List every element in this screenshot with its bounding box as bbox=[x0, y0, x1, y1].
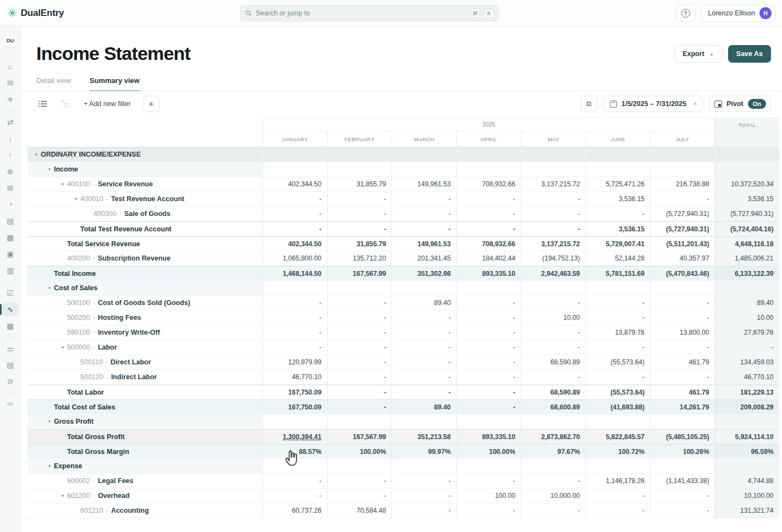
collapse-caret-icon[interactable]: ▾ bbox=[58, 181, 67, 187]
collapse-caret-icon[interactable]: ▾ bbox=[71, 196, 80, 202]
workspace-badge[interactable]: DU bbox=[3, 33, 18, 47]
add-new-filter-button[interactable]: + Add new filter bbox=[84, 100, 131, 108]
row-label-cell[interactable]: Total Service Revenue bbox=[27, 237, 262, 251]
total-value-cell: - bbox=[715, 340, 779, 354]
ai-sparkle-button[interactable]: ✳ bbox=[143, 96, 159, 112]
pivot-icon bbox=[714, 101, 722, 108]
row-label-cell[interactable]: ▾500000·Labor bbox=[27, 340, 262, 354]
row-label-cell[interactable]: Total Test Revenue Account bbox=[27, 222, 262, 236]
sidebar-item-ai-assist[interactable]: ✳ bbox=[3, 92, 18, 107]
row-label-cell[interactable]: Total Cost of Sales bbox=[27, 400, 262, 414]
sidebar-item-developer[interactable]: </> bbox=[3, 397, 18, 411]
value-cell: - bbox=[521, 503, 586, 518]
row-label-cell[interactable]: Total Gross Profit bbox=[27, 430, 262, 444]
sidebar-item-schedule[interactable]: ▦ bbox=[3, 319, 18, 333]
sidebar-item-inbox[interactable]: ✉ bbox=[3, 76, 18, 90]
value-text: 351,302.98 bbox=[417, 270, 451, 278]
row-label-cell[interactable]: Total Gross Margin bbox=[27, 445, 262, 458]
sidebar-item-clipboard[interactable]: ▣ bbox=[3, 247, 18, 261]
row-label-cell[interactable]: 590100·Inventory Write-Off bbox=[27, 325, 262, 340]
user-menu[interactable]: Lorenzo Ellison H bbox=[701, 4, 775, 22]
save-as-button[interactable]: Save As bbox=[728, 45, 771, 63]
account-code: 600002 bbox=[67, 477, 90, 485]
list-view-icon[interactable] bbox=[38, 101, 47, 107]
row-label-cell[interactable]: 600002·Legal Fees bbox=[27, 474, 262, 488]
sidebar-item-archive[interactable]: ▤ bbox=[3, 214, 18, 228]
row-label-cell[interactable]: ▾400100·Service Revenue bbox=[27, 177, 262, 191]
table-row: 500100·Cost of Goods Sold (Goods)--89.40… bbox=[27, 296, 779, 311]
value-text: 5,924,114.10 bbox=[735, 433, 774, 441]
row-label-cell[interactable]: 500200·Hosting Fees bbox=[27, 311, 262, 325]
row-label-cell[interactable]: ▾400010·Test Revenue Account bbox=[27, 192, 262, 206]
sidebar-item-transactions[interactable]: ⇄ bbox=[3, 115, 18, 129]
row-label-cell[interactable]: 400300·Sale of Goods bbox=[27, 207, 262, 221]
row-label-cell[interactable]: ▾Cost of Sales bbox=[27, 281, 262, 295]
row-label-cell[interactable]: ▾ORDINARY INCOME/EXPENSE bbox=[27, 147, 262, 162]
sidebar-item-workflows[interactable]: ⊞ bbox=[3, 181, 18, 195]
sparkle-icon: ✳ bbox=[148, 100, 154, 108]
collapse-caret-icon[interactable]: ▾ bbox=[45, 419, 54, 424]
row-label-cell[interactable]: ▾Expense bbox=[27, 459, 262, 473]
value-cell: - bbox=[456, 503, 521, 518]
help-button[interactable]: ? bbox=[676, 4, 696, 22]
pivot-toggle[interactable]: On bbox=[748, 99, 766, 109]
brand[interactable]: ✳ DualEntry bbox=[8, 7, 64, 20]
collapse-caret-icon[interactable]: ▾ bbox=[58, 493, 67, 498]
sidebar-item-settings-sliders[interactable]: ⚌ bbox=[3, 341, 18, 356]
sidebar-item-calendar[interactable]: ▦ bbox=[3, 230, 18, 245]
sidebar-item-import[interactable]: ↓ bbox=[3, 131, 18, 146]
collapse-caret-icon[interactable]: ▾ bbox=[45, 167, 54, 172]
collapse-caret-icon[interactable]: ▾ bbox=[45, 285, 54, 291]
value-cell: 893,335.10 bbox=[456, 430, 521, 444]
sidebar-item-ledgers[interactable]: ▤ bbox=[3, 358, 18, 372]
tree-view-icon[interactable] bbox=[61, 101, 69, 107]
row-label-cell[interactable]: Total Labor bbox=[27, 385, 262, 399]
row-label-cell[interactable]: 400200·Subscription Revenue bbox=[27, 251, 262, 265]
row-label-cell[interactable]: ▾601200·Overhead bbox=[27, 489, 262, 503]
developer-icon: </> bbox=[7, 401, 14, 407]
total-value-cell: 5,924,114.10 bbox=[715, 430, 779, 444]
row-label-cell[interactable]: ▾Income bbox=[27, 162, 262, 176]
row-label-cell[interactable]: ▾Gross Profit bbox=[27, 414, 262, 429]
value-cell bbox=[650, 414, 715, 429]
value-text: 209,008.29 bbox=[740, 403, 774, 411]
value-cell: 99.97% bbox=[392, 445, 456, 458]
collapse-caret-icon[interactable]: ▾ bbox=[32, 152, 41, 157]
value-text: (5,727,940.31) bbox=[666, 225, 709, 233]
value-cell: - bbox=[392, 222, 456, 236]
sidebar-item-export[interactable]: ↑ bbox=[3, 148, 18, 162]
value-cell: - bbox=[392, 355, 456, 369]
row-label-cell[interactable]: 500120·Indirect Labor bbox=[27, 370, 262, 384]
copy-report-button[interactable]: ⧉ bbox=[581, 96, 597, 112]
sidebar-item-home[interactable]: ⌂ bbox=[3, 59, 18, 74]
sidebar-item-disabled-items[interactable]: ⊘ bbox=[3, 374, 18, 389]
value-text: 10,372,520.34 bbox=[731, 180, 773, 188]
collapse-caret-icon[interactable]: ▾ bbox=[45, 463, 54, 469]
row-label-cell[interactable]: 500110·Direct Labor bbox=[27, 355, 262, 369]
row-label-cell[interactable]: Total Income bbox=[27, 267, 262, 280]
inbox-icon: ✉ bbox=[7, 79, 14, 87]
value-text: - bbox=[384, 314, 386, 322]
value-cell bbox=[586, 414, 651, 429]
clear-date-icon[interactable]: × bbox=[693, 100, 697, 108]
tab-detail-view[interactable]: Detail view bbox=[36, 76, 71, 91]
page-title: Income Statement bbox=[36, 43, 767, 64]
sidebar-item-tasks[interactable]: ☑ bbox=[3, 286, 18, 300]
sidebar-item-time[interactable]: ◔ bbox=[3, 197, 18, 212]
row-label-cell[interactable]: 601210·Accounting bbox=[27, 503, 262, 518]
sidebar-item-reports[interactable]: ∿ bbox=[3, 302, 18, 317]
search-input[interactable]: Search or jump to ⌘ K bbox=[240, 5, 499, 21]
sidebar-item-add-new[interactable]: ⊕ bbox=[3, 164, 18, 179]
date-range-picker[interactable]: 1/5/2025 – 7/31/2025 × bbox=[604, 96, 703, 112]
settings-sliders-icon: ⚌ bbox=[7, 344, 14, 353]
export-button[interactable]: Export ⌄ bbox=[674, 45, 723, 63]
disabled-items-icon: ⊘ bbox=[7, 377, 14, 386]
row-label-cell[interactable]: 500100·Cost of Goods Sold (Goods) bbox=[27, 296, 262, 310]
value-cell: 13,800.00 bbox=[650, 325, 715, 340]
tab-summary-view[interactable]: Summary view bbox=[90, 76, 140, 91]
value-cell: - bbox=[392, 474, 456, 488]
collapse-caret-icon[interactable]: ▾ bbox=[58, 345, 67, 350]
value-text: - bbox=[513, 389, 515, 396]
drilldown-value-link[interactable]: 1,300,394.41 bbox=[283, 433, 322, 441]
sidebar-item-bank[interactable]: ▥ bbox=[3, 263, 18, 278]
